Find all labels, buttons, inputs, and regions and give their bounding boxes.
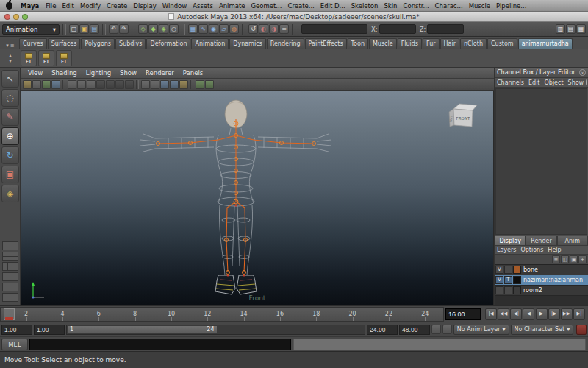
- menubar-item[interactable]: Pipeline...: [493, 2, 529, 10]
- select-hierarchy-icon[interactable]: ◇: [138, 24, 148, 34]
- textured-display-icon[interactable]: [170, 80, 179, 89]
- panel-menu-item[interactable]: View: [24, 69, 47, 77]
- layer-display-type-box[interactable]: [504, 286, 512, 294]
- play-backwards-button[interactable]: ◀: [523, 308, 534, 320]
- gate-mask-icon[interactable]: [96, 80, 105, 89]
- shelf-tab[interactable]: Rendering: [267, 38, 304, 49]
- render-settings-icon[interactable]: ≡: [279, 24, 289, 34]
- layer-display-type-box[interactable]: T: [504, 276, 512, 284]
- construction-history-icon[interactable]: ↺: [248, 24, 258, 34]
- select-object-icon[interactable]: ◆: [148, 24, 158, 34]
- shelf-tab[interactable]: Dynamics: [229, 38, 265, 49]
- menu-set-dropdown[interactable]: Animation ▾: [2, 24, 60, 35]
- rotate-tool-icon[interactable]: ↻: [1, 146, 19, 164]
- animation-start-field[interactable]: [1, 325, 32, 335]
- render-current-frame-icon[interactable]: ◐: [259, 24, 268, 34]
- zoom-window-button[interactable]: [22, 14, 28, 20]
- camera-attributes-icon[interactable]: [23, 80, 32, 89]
- minimize-window-button[interactable]: [13, 14, 19, 20]
- character-set-dropdown[interactable]: No Character Set ▾: [511, 325, 574, 335]
- menubar-item[interactable]: Window: [159, 2, 190, 10]
- tool-settings-toggle-icon[interactable]: ▤: [566, 24, 576, 34]
- layer-tab-render[interactable]: Render: [526, 236, 556, 246]
- snap-to-point-icon[interactable]: ◉: [209, 24, 218, 34]
- menubar-item[interactable]: Skin: [381, 2, 400, 10]
- shelf-tab[interactable]: PaintEffects: [305, 38, 347, 49]
- animation-preferences-icon[interactable]: [442, 325, 452, 334]
- panel-menu-item[interactable]: Shading: [47, 69, 82, 77]
- move-tool-icon[interactable]: ⊕: [1, 127, 19, 145]
- paint-select-tool-icon[interactable]: ✎: [1, 108, 19, 126]
- layer-color-swatch[interactable]: [513, 266, 521, 274]
- field-chart-icon[interactable]: [106, 80, 115, 89]
- panel-menu-item[interactable]: Panels: [179, 69, 207, 77]
- lights-display-icon[interactable]: [179, 80, 188, 89]
- quick-selection-input[interactable]: [301, 24, 368, 34]
- command-result-field[interactable]: [293, 339, 586, 350]
- go-to-start-button[interactable]: |◀: [485, 308, 497, 320]
- step-back-key-button[interactable]: ◀|: [510, 308, 522, 320]
- scale-tool-icon[interactable]: ▣: [1, 166, 19, 183]
- universal-manipulator-icon[interactable]: ◈: [1, 185, 19, 202]
- mel-command-input[interactable]: [29, 339, 291, 350]
- channel-box-toggle-icon[interactable]: ▦: [576, 24, 586, 34]
- select-component-icon[interactable]: ◈: [159, 24, 168, 34]
- sort-layers-icon[interactable]: ≡: [552, 255, 560, 263]
- menubar-item[interactable]: Charac...: [432, 2, 466, 10]
- app-menu-maya[interactable]: Maya: [17, 2, 43, 10]
- menubar-item[interactable]: Geomet...: [248, 2, 285, 10]
- layout-persp-graph-button[interactable]: [2, 293, 18, 302]
- channel-box-menu-item[interactable]: Object: [542, 79, 566, 86]
- shelf-button[interactable]: FT: [21, 50, 37, 66]
- menubar-item[interactable]: Display: [130, 2, 159, 10]
- ipr-render-icon[interactable]: ◑: [269, 24, 279, 34]
- layer-tab-display[interactable]: Display: [495, 236, 526, 246]
- layer-visibility-toggle[interactable]: V: [495, 276, 503, 284]
- step-back-frame-button[interactable]: ◀◀: [498, 308, 509, 320]
- resolution-gate-icon[interactable]: [87, 80, 96, 89]
- menubar-item[interactable]: Modify: [77, 2, 104, 10]
- panel-menu-item[interactable]: Show: [115, 69, 141, 77]
- shelf-tab[interactable]: Fluids: [398, 38, 422, 49]
- grid-toggle-icon[interactable]: [68, 80, 76, 89]
- shelf-button[interactable]: FT: [56, 50, 72, 66]
- viewport-front-camera[interactable]: FRONT LEFT Front: [21, 91, 494, 305]
- new-empty-layer-icon[interactable]: ▣: [570, 255, 578, 263]
- two-d-pan-zoom-icon[interactable]: [51, 80, 60, 89]
- shelf-tab-active[interactable]: animamurtadha: [518, 38, 573, 49]
- group-divider[interactable]: [182, 24, 185, 35]
- layout-two-pane-side-button[interactable]: [2, 283, 18, 291]
- redo-icon[interactable]: ↷: [119, 24, 129, 34]
- layout-persp-outliner-button[interactable]: [2, 262, 18, 271]
- layer-row[interactable]: V bone: [495, 265, 588, 275]
- manipulator-icon[interactable]: [586, 79, 587, 85]
- menubar-item[interactable]: Edit D...: [318, 2, 348, 10]
- snap-to-grid-icon[interactable]: ▦: [188, 24, 198, 34]
- new-scene-icon[interactable]: ▢: [69, 24, 79, 34]
- channel-list-empty-area[interactable]: [495, 88, 587, 235]
- shelf-button[interactable]: FT: [38, 50, 54, 66]
- xray-display-icon[interactable]: [196, 80, 204, 89]
- layout-single-pane-button[interactable]: [2, 241, 18, 250]
- play-forwards-button[interactable]: ▶: [536, 308, 548, 320]
- view-cube[interactable]: FRONT LEFT: [446, 99, 481, 134]
- apple-menu-icon[interactable]: [6, 2, 12, 10]
- layer-row[interactable]: room2: [495, 286, 588, 296]
- menubar-item[interactable]: Create: [104, 2, 130, 10]
- menubar-item[interactable]: Constr...: [401, 2, 432, 10]
- shelf-tab[interactable]: Subdivs: [115, 38, 146, 49]
- select-tool-icon[interactable]: ↖: [1, 70, 19, 88]
- group-divider[interactable]: [292, 24, 295, 35]
- shelf-tab[interactable]: Fur: [423, 38, 440, 49]
- shelf-tab[interactable]: nCloth: [460, 38, 487, 49]
- group-divider[interactable]: [242, 24, 245, 35]
- shelf-tab[interactable]: Custom: [487, 38, 517, 49]
- bookmark-icon[interactable]: [32, 80, 41, 89]
- layer-display-type-box[interactable]: [504, 266, 512, 274]
- lasso-tool-icon[interactable]: ◌: [1, 89, 19, 107]
- go-to-end-button[interactable]: ▶|: [573, 308, 585, 320]
- safe-title-icon[interactable]: [125, 80, 134, 89]
- playback-start-field[interactable]: [34, 325, 65, 335]
- auto-keyframe-toggle-icon[interactable]: [576, 325, 587, 335]
- menubar-item[interactable]: Create...: [284, 2, 317, 10]
